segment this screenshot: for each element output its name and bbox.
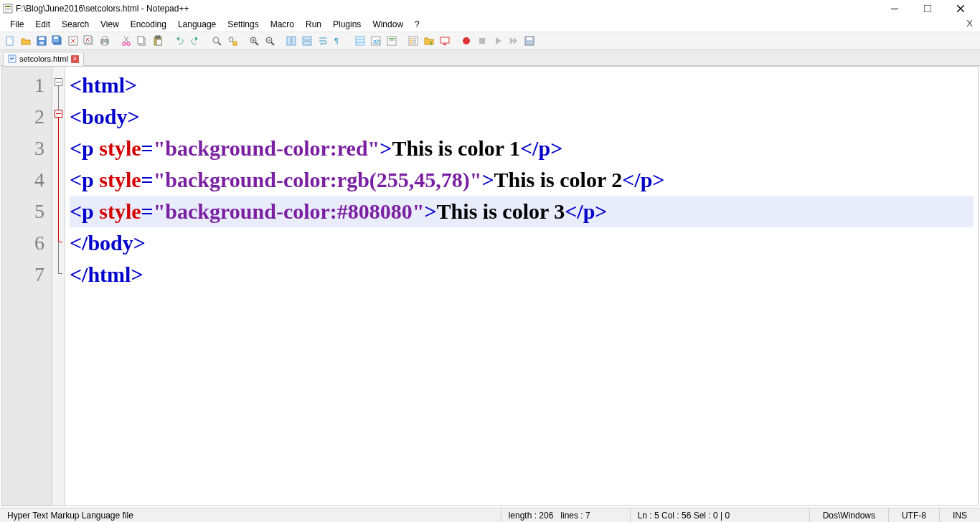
status-length-lines: length : 206 lines : 7 — [501, 508, 631, 522]
app-icon — [3, 4, 13, 14]
svg-text:ab: ab — [373, 38, 380, 45]
svg-rect-54 — [356, 37, 364, 45]
redo-icon[interactable] — [188, 34, 202, 48]
svg-rect-35 — [156, 36, 160, 38]
stop-macro-icon[interactable] — [475, 34, 489, 48]
zoom-out-icon[interactable] — [263, 34, 277, 48]
print-icon[interactable] — [98, 34, 112, 48]
menu-edit[interactable]: Edit — [29, 18, 56, 31]
status-mode[interactable]: INS — [940, 508, 980, 522]
find-icon[interactable] — [209, 34, 224, 48]
code-line: </body> — [70, 227, 974, 259]
svg-rect-50 — [292, 37, 296, 45]
menu-help[interactable]: ? — [409, 18, 425, 31]
menu-macro[interactable]: Macro — [265, 18, 300, 31]
paste-icon[interactable] — [151, 34, 165, 48]
folder-panel-icon[interactable] — [422, 34, 436, 48]
code-line: <p style="background-color:red">This is … — [70, 133, 974, 164]
svg-rect-5 — [891, 9, 898, 9]
save-icon[interactable] — [34, 34, 49, 48]
fold-gutter[interactable] — [52, 67, 65, 506]
svg-line-38 — [218, 42, 221, 45]
tab-setcolors[interactable]: setcolors.html × — [3, 52, 84, 66]
copy-icon[interactable] — [135, 34, 149, 48]
code-line-current: <p style="background-color:#808080">This… — [70, 196, 974, 227]
line-number: 4 — [2, 164, 44, 196]
close-file-icon[interactable] — [66, 34, 80, 48]
play-macro-icon[interactable] — [491, 34, 505, 48]
doc-map-icon[interactable] — [385, 34, 399, 48]
svg-rect-10 — [10, 37, 13, 39]
cut-icon[interactable] — [119, 34, 133, 48]
save-all-icon[interactable] — [50, 34, 65, 48]
svg-rect-33 — [138, 37, 143, 44]
toolbar: ¶ ab — [0, 32, 980, 50]
menu-view[interactable]: View — [95, 18, 125, 31]
menu-window[interactable]: Window — [367, 18, 409, 31]
svg-point-66 — [410, 42, 412, 44]
menu-search[interactable]: Search — [56, 18, 95, 31]
svg-point-37 — [213, 37, 219, 43]
titlebar: F:\Blog\June2016\setcolors.html - Notepa… — [0, 0, 980, 17]
lang-icon[interactable]: ab — [369, 34, 383, 48]
line-number: 1 — [2, 70, 44, 101]
indent-guide-icon[interactable] — [353, 34, 367, 48]
menubar: File Edit Search View Encoding Language … — [0, 17, 980, 32]
svg-rect-25 — [103, 37, 107, 39]
svg-rect-26 — [103, 42, 107, 45]
svg-rect-71 — [443, 44, 446, 45]
svg-text:¶: ¶ — [334, 37, 339, 45]
status-encoding[interactable]: UTF-8 — [889, 508, 940, 522]
status-eol[interactable]: Dos\Windows — [810, 508, 889, 522]
menu-encoding[interactable]: Encoding — [125, 18, 172, 31]
code-line: <body> — [70, 101, 974, 133]
close-button[interactable] — [944, 0, 977, 17]
svg-rect-41 — [233, 42, 237, 45]
function-list-icon[interactable] — [406, 34, 420, 48]
svg-rect-16 — [54, 37, 58, 39]
svg-point-29 — [127, 42, 131, 46]
statusbar: Hyper Text Markup Language file length :… — [0, 508, 980, 522]
show-chars-icon[interactable]: ¶ — [331, 34, 346, 48]
menu-language[interactable]: Language — [172, 18, 222, 31]
play-multi-icon[interactable] — [507, 34, 521, 48]
svg-rect-6 — [924, 5, 931, 12]
svg-rect-73 — [479, 38, 485, 44]
sync-v-icon[interactable] — [284, 34, 298, 48]
svg-rect-2 — [5, 8, 11, 9]
svg-rect-36 — [156, 39, 161, 45]
undo-icon[interactable] — [172, 34, 187, 48]
menu-run[interactable]: Run — [300, 18, 327, 31]
replace-icon[interactable] — [225, 34, 240, 48]
line-number: 2 — [2, 101, 44, 133]
menu-close-x[interactable]: X — [966, 18, 973, 29]
maximize-button[interactable] — [911, 0, 944, 17]
wrap-icon[interactable] — [316, 34, 330, 48]
svg-rect-52 — [303, 42, 311, 45]
tab-close-icon[interactable]: × — [71, 55, 79, 63]
file-icon — [8, 54, 17, 63]
svg-point-64 — [410, 38, 412, 39]
menu-plugins[interactable]: Plugins — [327, 18, 367, 31]
svg-rect-49 — [287, 37, 291, 45]
close-all-icon[interactable] — [82, 34, 96, 48]
minimize-button[interactable] — [878, 0, 911, 17]
line-number: 3 — [2, 133, 44, 164]
svg-rect-62 — [389, 42, 393, 42]
tab-label: setcolors.html — [19, 54, 68, 63]
svg-rect-78 — [10, 58, 14, 59]
monitor-icon[interactable] — [438, 34, 452, 48]
code-area[interactable]: <html> <body> <p style="background-color… — [65, 67, 978, 506]
svg-rect-1 — [5, 6, 11, 7]
record-macro-icon[interactable] — [459, 34, 473, 48]
save-macro-icon[interactable] — [522, 34, 537, 48]
menu-settings[interactable]: Settings — [222, 18, 264, 31]
zoom-in-icon[interactable] — [247, 34, 261, 48]
new-file-icon[interactable] — [3, 34, 17, 48]
svg-rect-75 — [527, 37, 532, 40]
svg-point-27 — [106, 40, 108, 42]
sync-h-icon[interactable] — [300, 34, 314, 48]
line-number: 6 — [2, 227, 44, 259]
menu-file[interactable]: File — [4, 18, 29, 31]
open-file-icon[interactable] — [19, 34, 33, 48]
